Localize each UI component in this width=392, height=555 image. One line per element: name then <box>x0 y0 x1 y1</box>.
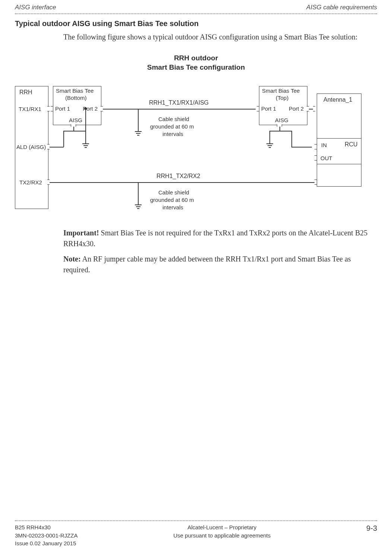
sbt-top-ground-icon <box>266 143 273 149</box>
figure-caption: RRH outdoor Smart Bias Tee configuration <box>15 54 377 72</box>
note-label: Note: <box>63 255 81 263</box>
sbt-top-aisg-h <box>269 131 292 131</box>
footer-left: B25 RRH4x30 3MN-02023-0001-RJZZA Issue 0… <box>15 523 78 548</box>
cable2-shield-line2: grounded at 60 m <box>150 197 194 203</box>
sbt-bottom-aisg-h2 <box>50 147 64 148</box>
page-footer: B25 RRH4x30 3MN-02023-0001-RJZZA Issue 0… <box>15 520 377 548</box>
footer-center-line1: Alcatel-Lucent – Proprietary <box>173 523 271 532</box>
important-text: Smart Bias Tee is not required for the T… <box>63 229 367 248</box>
diagram: RRH TX1/RX1 ALD (AISG) TX2/RX2 Smart Bia… <box>11 79 373 216</box>
sbt-top-port2: Port 2 <box>289 105 304 112</box>
sbt-top-line2: (Top) <box>276 95 288 101</box>
footer-left-line1: B25 RRH4x30 <box>15 523 78 532</box>
ald-aisg-label: ALD (AISG) <box>16 144 46 150</box>
cable1-shield-line2: grounded at 60 m <box>150 123 194 130</box>
footer-left-line2: 3MN-02023-0001-RJZZA <box>15 532 78 540</box>
cable2-shield-line1: Cable shield <box>158 189 189 196</box>
rcu-label: RCU <box>345 141 358 148</box>
rcu-out-tick <box>314 155 317 161</box>
sbt-bottom-aisg-v2 <box>63 131 64 147</box>
cable2-ground-icon <box>135 204 142 210</box>
cable1-ground-icon <box>135 131 142 136</box>
sbt-bottom-port1-tick <box>51 106 53 111</box>
rrh-port-tx1 <box>47 106 50 111</box>
sbt-bottom-ground-v <box>85 110 86 143</box>
cable2-ground-v <box>138 182 139 204</box>
sbt-bottom-line1: Smart Bias Tee <box>56 88 94 94</box>
sbt-bottom-aisg-hbranch <box>63 131 86 131</box>
footer-left-line3: Issue 0.02 January 2015 <box>15 539 78 548</box>
intro-text: The following figure shows a typical out… <box>63 32 377 42</box>
note-text: An RF jumper cable may be added between … <box>63 255 351 274</box>
footer-center-line2: Use pursuant to applicable agreements <box>173 532 271 540</box>
header-rule <box>15 13 377 14</box>
sbt-top-aisg-to-rcu-h <box>291 147 312 148</box>
cable1-line <box>103 109 256 110</box>
cable1-label: RRH1_TX1/RX1/AISG <box>149 99 209 106</box>
rcu-in-label: IN <box>321 142 327 148</box>
sbt-top-port1-tick <box>257 106 259 111</box>
cable1-shield-line1: Cable shield <box>158 116 189 122</box>
important-label: Important! <box>63 229 99 237</box>
note-paragraph: Note: An RF jumper cable may be added be… <box>63 254 377 275</box>
header-left: AISG interface <box>15 4 56 11</box>
cable1-ground-v <box>138 109 139 131</box>
important-note-block: Important! Smart Bias Tee is not require… <box>63 228 377 275</box>
antenna-label: Antenna_1 <box>323 96 352 103</box>
rcu-in-tick <box>314 144 317 149</box>
section-title: Typical outdoor AISG using Smart Bias Te… <box>15 19 377 28</box>
antenna-port-top <box>313 106 315 111</box>
cable2-label: RRH1_TX2/RX2 <box>157 173 200 180</box>
sbt-top-port1: Port 1 <box>261 105 276 112</box>
page-number: 9-3 <box>366 523 377 533</box>
rrh-label: RRH <box>19 89 32 96</box>
page-header: AISG interface AISG cable requirements <box>15 0 377 13</box>
important-paragraph: Important! Smart Bias Tee is not require… <box>63 228 377 249</box>
sbt-bottom-aisg-v1 <box>73 127 74 131</box>
tx1rx1-label: TX1/RX1 <box>19 106 41 112</box>
sbt-top-aisg: AISG <box>275 117 288 123</box>
tx2rx2-label: TX2/RX2 <box>19 179 42 185</box>
footer-center: Alcatel-Lucent – Proprietary Use pursuan… <box>173 523 271 540</box>
header-right: AISG cable requirements <box>306 4 377 11</box>
cable2-shield-line3: intervals <box>162 204 183 210</box>
rcu-out-label: OUT <box>320 155 332 161</box>
sbt-top-ground-v <box>269 131 270 143</box>
sbt-bottom-ground-icon <box>82 143 89 149</box>
cable2-line <box>50 182 314 183</box>
sbt-bottom-line2: (Bottom) <box>65 95 87 101</box>
sbt-bottom-port1: Port 1 <box>55 105 70 112</box>
figure-caption-line2: Smart Bias Tee configuration <box>15 63 377 72</box>
sbt-bottom-aisg: AISG <box>69 117 82 123</box>
sbt-top-aisg-to-rcu-v <box>291 131 292 147</box>
cable1-shield-line3: intervals <box>162 131 183 137</box>
figure-caption-line1: RRH outdoor <box>15 54 377 63</box>
sbt-top-line1: Smart Bias Tee <box>262 88 300 94</box>
antenna-port-tx2 <box>314 180 317 185</box>
intro-paragraph: The following figure shows a typical out… <box>63 32 377 42</box>
